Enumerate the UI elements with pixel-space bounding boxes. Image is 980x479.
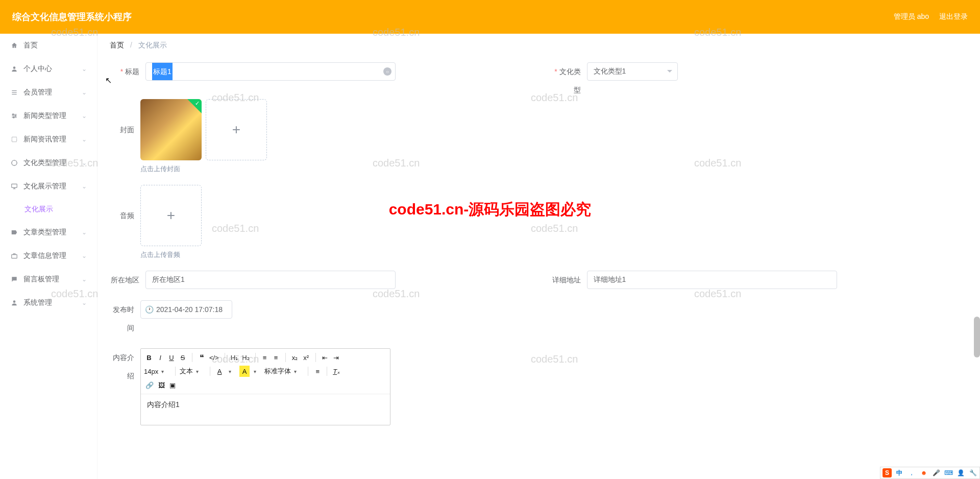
sidebar-label: 会员管理 xyxy=(23,88,52,97)
sidebar-item-guestbook[interactable]: 留言板管理 ⌄ xyxy=(0,268,97,291)
font-family-select[interactable]: 标准字体 xyxy=(264,365,304,377)
chevron-down-icon: ⌄ xyxy=(82,112,87,119)
bg-color-arrow[interactable] xyxy=(251,365,263,377)
toolbar-sep xyxy=(192,353,192,362)
toolbar-sep xyxy=(255,353,256,362)
indent-inc-button[interactable]: ⇥ xyxy=(331,352,341,363)
toolbar-sep xyxy=(225,353,225,362)
superscript-button[interactable]: x² xyxy=(301,352,311,363)
sidebar-item-home[interactable]: 首页 xyxy=(0,34,97,57)
cover-add-button[interactable]: + xyxy=(206,99,267,160)
svg-point-16 xyxy=(13,300,16,303)
paragraph-select[interactable]: 文本 xyxy=(180,365,206,377)
svg-point-9 xyxy=(13,117,14,118)
row-publish: 发布时间 🕐 2021-04-20 17:07:18 xyxy=(110,300,968,337)
chevron-down-icon: ⌄ xyxy=(82,183,87,190)
bg-color-button[interactable]: A xyxy=(239,366,250,377)
sidebar-sub-culture-display[interactable]: 文化展示 xyxy=(0,198,97,221)
home-icon xyxy=(10,41,18,50)
font-size-select[interactable]: 14px xyxy=(144,365,171,377)
svg-point-8 xyxy=(15,115,16,116)
sidebar-label: 文章类型管理 xyxy=(23,228,66,237)
sidebar-item-culture-type[interactable]: 文化类型管理 ⌄ xyxy=(0,151,97,175)
audio-hint: 点击上传音频 xyxy=(140,250,968,259)
font-color-button[interactable]: A xyxy=(214,366,225,377)
address-input[interactable] xyxy=(587,271,837,289)
sidebar-label: 系统管理 xyxy=(23,298,52,307)
region-input[interactable] xyxy=(145,271,396,289)
sidebar-item-article-type[interactable]: 文章类型管理 ⌄ xyxy=(0,221,97,244)
code-button[interactable]: </> xyxy=(208,352,220,363)
ime-punct-icon[interactable]: ， xyxy=(907,468,916,477)
toolbar-sep xyxy=(315,353,316,362)
clear-icon[interactable]: ○ xyxy=(383,67,391,76)
rich-editor: B I U S ❝ </> H₁ H₂ ≡ ≡ x₂ xyxy=(140,348,390,425)
monitor-icon xyxy=(10,182,18,190)
logout-link[interactable]: 退出登录 xyxy=(939,12,968,21)
sidebar-item-news-type[interactable]: 新闻类型管理 ⌄ xyxy=(0,104,97,128)
quote-button[interactable]: ❝ xyxy=(197,352,207,363)
chevron-down-icon: ⌄ xyxy=(82,159,87,166)
video-button[interactable]: ▣ xyxy=(167,379,178,391)
toolbar-sep xyxy=(285,353,286,362)
ordered-list-button[interactable]: ≡ xyxy=(260,352,270,363)
settings-icon xyxy=(10,112,18,120)
sidebar-item-culture-display[interactable]: 文化展示管理 ⌄ xyxy=(0,175,97,198)
ime-lang-icon[interactable]: 中 xyxy=(895,468,904,477)
scrollbar-thumb[interactable] xyxy=(974,317,980,357)
svg-point-7 xyxy=(13,114,14,115)
sidebar-label: 新闻资讯管理 xyxy=(23,135,66,144)
ime-tool-icon[interactable]: 🔧 xyxy=(968,468,977,477)
row-title-type: 标题 标题1 ○ 文化类型 文化类型1 xyxy=(110,62,968,99)
font-color-arrow[interactable] xyxy=(226,365,238,377)
form-area: 标题 标题1 ○ 文化类型 文化类型1 封面 xyxy=(97,57,980,442)
h1-button[interactable]: H₁ xyxy=(229,352,239,363)
strike-button[interactable]: S xyxy=(178,352,188,363)
clear-format-button[interactable]: Tₓ xyxy=(331,366,341,377)
bold-button[interactable]: B xyxy=(144,352,154,363)
sidebar-item-article-info[interactable]: 文章信息管理 ⌄ xyxy=(0,244,97,268)
publish-value: 2021-04-20 17:07:18 xyxy=(156,305,223,314)
audio-control: + 点击上传音频 xyxy=(140,185,968,259)
publish-date-input[interactable]: 🕐 2021-04-20 17:07:18 xyxy=(140,300,232,319)
row-cover: 封面 + 点击上传封面 xyxy=(110,99,968,174)
link-button[interactable]: 🔗 xyxy=(144,379,155,391)
indent-dec-button[interactable]: ⇤ xyxy=(320,352,330,363)
header-right: 管理员 abo 退出登录 xyxy=(894,12,968,21)
ime-emoji-icon[interactable]: ☻ xyxy=(919,468,928,477)
ime-mic-icon[interactable]: 🎤 xyxy=(932,468,941,477)
subscript-button[interactable]: x₂ xyxy=(290,352,300,363)
sidebar-item-news-info[interactable]: 新闻资讯管理 ⌄ xyxy=(0,128,97,151)
editor-content[interactable]: 内容介绍1 xyxy=(141,394,390,425)
sidebar-item-members[interactable]: 会员管理 ⌄ xyxy=(0,81,97,104)
sidebar-label: 个人中心 xyxy=(23,64,52,74)
sidebar-label: 留言板管理 xyxy=(23,275,59,284)
label-cover: 封面 xyxy=(110,99,140,160)
ime-keyboard-icon[interactable]: ⌨ xyxy=(944,468,953,477)
unordered-list-button[interactable]: ≡ xyxy=(271,352,281,363)
chevron-down-icon: ⌄ xyxy=(82,136,87,143)
tag-icon xyxy=(10,228,18,236)
label-region: 所在地区 xyxy=(110,271,145,289)
ime-user-icon[interactable]: 👤 xyxy=(956,468,965,477)
h2-button[interactable]: H₂ xyxy=(240,352,251,363)
breadcrumb-home[interactable]: 首页 xyxy=(110,41,124,49)
align-button[interactable]: ≡ xyxy=(312,366,323,377)
image-button[interactable]: 🖼 xyxy=(156,379,166,391)
ime-logo-icon[interactable]: S xyxy=(883,468,892,477)
sidebar-item-system[interactable]: 系统管理 ⌄ xyxy=(0,291,97,315)
italic-button[interactable]: I xyxy=(155,352,165,363)
cover-thumbnail[interactable] xyxy=(140,99,202,160)
type-select[interactable]: 文化类型1 xyxy=(587,62,678,81)
title-input[interactable]: 标题1 xyxy=(145,62,396,81)
ime-bar: S 中 ， ☻ 🎤 ⌨ 👤 🔧 xyxy=(880,467,980,479)
audio-add-button[interactable]: + xyxy=(140,185,202,246)
admin-user-link[interactable]: 管理员 abo xyxy=(894,12,929,21)
svg-rect-10 xyxy=(12,137,16,141)
sidebar-item-profile[interactable]: 个人中心 ⌄ xyxy=(0,57,97,81)
clock-icon: 🕐 xyxy=(145,305,154,314)
underline-button[interactable]: U xyxy=(166,352,177,363)
chevron-down-icon: ⌄ xyxy=(82,65,87,73)
toolbar-sep xyxy=(210,367,210,376)
breadcrumb-sep: / xyxy=(130,41,132,49)
